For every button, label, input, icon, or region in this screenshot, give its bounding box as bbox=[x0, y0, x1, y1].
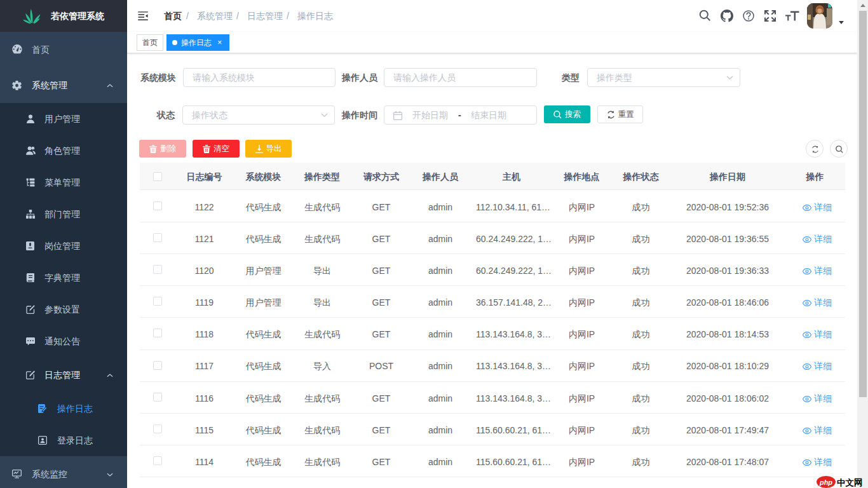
svg-text:中文网: 中文网 bbox=[837, 478, 863, 487]
svg-text:php: php bbox=[819, 478, 832, 486]
